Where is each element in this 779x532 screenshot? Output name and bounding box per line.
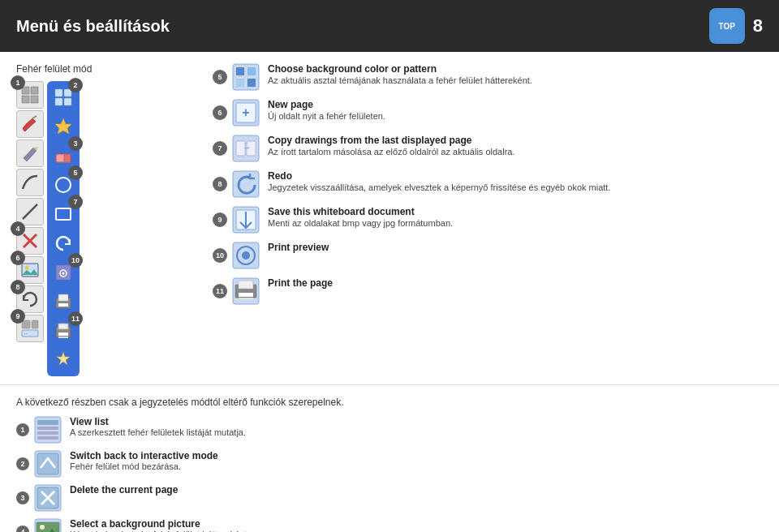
bottom-item-title-2: Switch back to interactive mode [70,450,218,461]
bottom-item-2: 2 Switch back to interactive mode Fehér … [16,450,763,478]
feature-item-8: 8 Redo Jegyzetek visszaállítása, amelyek… [211,170,763,198]
bottom-item-3: 3 Delete the current page [16,484,763,512]
tool-btn-extra[interactable] [49,346,77,374]
svg-rect-24 [56,208,71,220]
num-8: 8 [213,177,227,191]
feature-item-5: 5 Choose background color or pattern Az … [211,63,763,91]
bottom-item-1: 1 View list A szerkesztett fehér felület… [16,416,763,444]
feature-text-6: New page Új oldalt nyit a fehér felülete… [268,99,763,122]
svg-rect-60 [37,420,58,425]
svg-rect-32 [58,324,68,329]
svg-rect-1 [31,87,38,94]
badge-1: 1 [11,75,25,90]
svg-rect-62 [37,431,58,435]
svg-rect-58 [239,298,253,300]
svg-rect-3 [31,96,38,103]
svg-rect-34 [58,337,68,338]
feature-text-9: Save this whiteboard document Menti az o… [268,206,763,230]
bottom-num-2: 2 [16,457,29,470]
header-right: TOP 8 [709,8,763,44]
svg-rect-29 [58,294,68,301]
feature-text-11: Print the page [268,277,763,289]
right-panel: 5 Choose background color or pattern Az … [211,63,763,305]
num-6: 6 [213,105,227,120]
header: Menü és beállítások TOP 8 [0,0,779,52]
top-label: TOP [719,22,735,31]
badge-8: 8 [11,280,25,294]
svg-rect-36 [236,67,244,75]
svg-rect-38 [236,79,244,87]
svg-rect-30 [58,303,68,307]
num-10: 10 [213,248,227,263]
bottom-item-text-3: Delete the current page [70,484,178,496]
bottom-num-3: 3 [16,491,29,504]
badge-7: 7 [68,195,83,209]
svg-rect-39 [247,79,256,87]
bottom-num-4: 4 [16,526,29,532]
svg-text:+: + [242,105,249,119]
badge-5: 5 [68,165,83,180]
top-icon[interactable]: TOP [709,8,745,44]
feature-item-6: 6 + New page Új oldalt nyit a fehér felü… [211,99,763,127]
svg-rect-61 [37,427,58,430]
svg-point-23 [56,178,71,192]
svg-rect-37 [247,67,256,75]
svg-point-27 [62,272,65,275]
svg-point-72 [40,525,45,530]
badge-4: 4 [11,221,25,236]
bottom-items: 1 View list A szerkesztett fehér felület… [16,416,763,532]
svg-rect-11 [22,320,30,328]
svg-rect-63 [37,436,58,440]
svg-line-6 [23,204,37,219]
feature-text-7: Copy drawings from the last displayed pa… [268,135,763,158]
svg-rect-33 [58,332,68,336]
num-7: 7 [213,141,227,156]
bottom-intro: A következő részben csak a jegyzetelés m… [16,397,763,408]
bottom-item-text-2: Switch back to interactive mode Fehér fe… [70,450,218,471]
svg-rect-57 [239,293,253,297]
bottom-item-title-3: Delete the current page [70,484,178,496]
bottom-item-desc-2: Fehér felület mód bezárása. [70,461,218,471]
bottom-num-1: 1 [16,423,29,436]
svg-rect-65 [37,453,58,474]
svg-line-4 [32,116,37,118]
badge-6: 6 [11,251,25,265]
num-5: 5 [213,70,227,84]
page-title: Menü és beállítások [16,17,170,36]
white-surface-label: Fehér felület mód [16,63,187,75]
bottom-item-4: 4 Select a background picture Képet hely… [16,518,763,532]
svg-rect-12 [32,320,38,328]
tool-btn-pencil[interactable] [16,139,44,167]
feature-item-11: 11 Print the page [211,277,763,305]
svg-text:···: ··· [24,331,28,336]
bottom-item-text-1: View list A szerkesztett fehér felületek… [70,416,246,437]
bottom-item-desc-1: A szerkesztett fehér felületek listáját … [70,427,246,437]
bottom-item-title-1: View list [70,416,246,427]
svg-text:→: → [243,143,251,152]
tool-btn-brush[interactable] [16,110,44,138]
svg-rect-17 [55,98,62,105]
svg-rect-18 [64,98,71,105]
feature-list: 5 Choose background color or pattern Az … [211,63,763,305]
feature-item-10: 10 Print preview [211,242,763,269]
num-11: 11 [213,284,227,298]
bottom-item-title-4: Select a background picture [70,518,249,530]
svg-point-53 [242,251,250,260]
badge-9: 9 [11,309,25,324]
svg-rect-15 [55,89,62,97]
svg-rect-56 [239,281,253,289]
svg-marker-19 [55,118,71,134]
badge-10: 10 [68,253,83,268]
bottom-item-text-4: Select a background picture Képet helyez… [70,518,249,532]
feature-text-5: Choose background color or pattern Az ak… [268,63,763,87]
feature-text-8: Redo Jegyzetek visszaállítása, amelyek e… [268,170,763,194]
badge-2: 2 [68,78,83,92]
page-number: 8 [753,15,763,36]
tool-btn-curve[interactable] [16,169,44,196]
svg-point-10 [25,266,29,270]
feature-item-9: 9 Save this whiteboard document Menti az… [211,206,763,234]
feature-item-7: 7 → Copy drawings from the last displaye… [211,135,763,162]
svg-rect-2 [22,96,29,103]
left-panel: Fehér felület mód 1 [16,63,187,376]
badge-3: 3 [68,136,83,151]
